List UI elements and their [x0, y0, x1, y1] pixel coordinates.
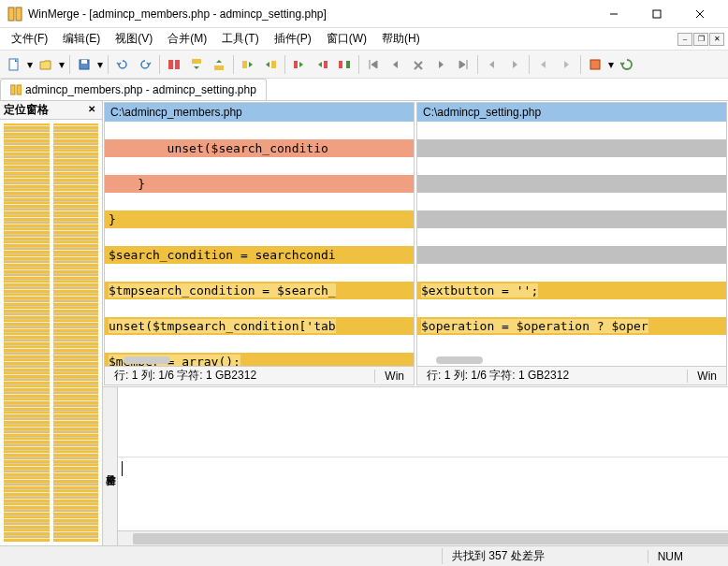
- menu-plugin[interactable]: 插件(P): [267, 29, 319, 49]
- toolbar: ▾ ▾ ▾ ▾: [0, 51, 728, 79]
- code-line: $operation = $operation ? $oper: [417, 317, 726, 335]
- next-conflict-icon[interactable]: [504, 54, 525, 75]
- copy-left-icon[interactable]: [260, 54, 281, 75]
- menu-help[interactable]: 帮助(H): [374, 29, 428, 49]
- left-status-mode: Win: [374, 370, 408, 383]
- location-pane: 定位窗格 ✕: [0, 101, 103, 545]
- location-bar-right[interactable]: [53, 123, 99, 542]
- diff-detail-top[interactable]: [118, 387, 728, 457]
- svg-rect-0: [8, 7, 14, 21]
- mdi-restore-button[interactable]: ❐: [693, 33, 708, 46]
- svg-rect-17: [339, 61, 342, 68]
- document-tab[interactable]: admincp_members.php - admincp_setting.ph…: [0, 79, 267, 100]
- code-line: unset($search_conditio: [105, 139, 414, 157]
- app-icon: [7, 7, 22, 22]
- menu-window[interactable]: 窗口(W): [319, 29, 374, 49]
- diff-detail-pane: 差异窗格: [103, 386, 728, 545]
- code-line: [417, 175, 726, 193]
- maximize-button[interactable]: [636, 1, 677, 27]
- code-line: $extbutton = '';: [417, 282, 726, 299]
- location-pane-close-icon[interactable]: ✕: [85, 104, 98, 117]
- svg-rect-11: [192, 59, 201, 64]
- options-icon[interactable]: [585, 54, 605, 75]
- menu-tools[interactable]: 工具(T): [214, 29, 266, 49]
- svg-rect-12: [214, 65, 224, 70]
- right-pane-header: C:\admincp_setting.php: [417, 103, 726, 122]
- text-cursor: [122, 461, 123, 476]
- code-line: [417, 210, 726, 228]
- menubar: 文件(F) 编辑(E) 视图(V) 合并(M) 工具(T) 插件(P) 窗口(W…: [0, 28, 728, 51]
- right-status-text: 行: 1 列: 1/6 字符: 1 GB2312: [423, 368, 573, 384]
- left-pane-body[interactable]: unset($search_conditio } } $search_condi…: [105, 122, 414, 366]
- menu-merge[interactable]: 合并(M): [160, 29, 214, 49]
- prev-conflict-icon[interactable]: [482, 54, 502, 75]
- close-button[interactable]: [679, 1, 721, 27]
- next-diff-icon[interactable]: [430, 54, 451, 75]
- left-pane-status: 行: 1 列: 1/6 字符: 1 GB2312 Win: [105, 366, 414, 385]
- redo-icon[interactable]: [135, 54, 155, 75]
- first-diff-icon[interactable]: [363, 54, 384, 75]
- svg-rect-19: [590, 60, 600, 69]
- hscroll-thumb[interactable]: [436, 356, 483, 364]
- mdi-minimize-button[interactable]: –: [677, 33, 692, 46]
- merge-all-icon[interactable]: [334, 54, 355, 75]
- diff-detail-bottom[interactable]: [118, 457, 728, 530]
- left-pane-header: C:\admincp_members.php: [105, 103, 414, 122]
- open-icon[interactable]: [36, 54, 56, 75]
- code-line: }: [105, 210, 414, 228]
- svg-rect-10: [175, 60, 180, 69]
- all-right-icon[interactable]: [289, 54, 310, 75]
- svg-rect-13: [242, 61, 247, 68]
- location-bar-left[interactable]: [4, 123, 50, 542]
- code-line: [417, 246, 726, 264]
- right-pane-body[interactable]: $extbutton = ''; $operation = $operation…: [417, 122, 726, 366]
- save-dropdown[interactable]: ▾: [96, 58, 104, 71]
- svg-rect-15: [294, 61, 298, 68]
- right-pane: C:\admincp_setting.php $extbutton = ''; …: [416, 102, 727, 385]
- menu-view[interactable]: 视图(V): [108, 29, 160, 49]
- hscroll-thumb[interactable]: [133, 533, 728, 544]
- next-file-icon[interactable]: [556, 54, 576, 75]
- new-icon[interactable]: [4, 54, 24, 75]
- prev-diff-icon[interactable]: [386, 54, 406, 75]
- tab-label: admincp_members.php - admincp_setting.ph…: [25, 83, 256, 96]
- prev-file-icon[interactable]: [533, 54, 554, 75]
- diff-detail-tab[interactable]: 差异窗格: [103, 387, 118, 545]
- last-diff-icon[interactable]: [453, 54, 473, 75]
- minimize-button[interactable]: [593, 1, 634, 27]
- next-diff-down-icon[interactable]: [186, 54, 207, 75]
- right-pane-status: 行: 1 列: 1/6 字符: 1 GB2312 Win: [417, 366, 726, 385]
- svg-rect-8: [81, 60, 87, 64]
- mdi-close-button[interactable]: ✕: [709, 33, 724, 46]
- current-diff-icon[interactable]: [408, 54, 429, 75]
- right-status-mode: Win: [687, 370, 721, 383]
- prev-diff-up-icon[interactable]: [209, 54, 229, 75]
- diff-icon[interactable]: [164, 54, 184, 75]
- titlebar: WinMerge - [admincp_members.php - adminc…: [0, 0, 728, 28]
- diff-container: C:\admincp_members.php unset($search_con…: [103, 101, 728, 545]
- diff-detail-hscroll[interactable]: [118, 530, 728, 545]
- location-pane-title: 定位窗格: [4, 102, 49, 118]
- open-dropdown[interactable]: ▾: [58, 58, 66, 71]
- svg-rect-20: [10, 85, 15, 94]
- all-left-icon[interactable]: [312, 54, 332, 75]
- menu-file[interactable]: 文件(F): [4, 29, 55, 49]
- svg-rect-14: [271, 61, 276, 68]
- new-dropdown[interactable]: ▾: [26, 58, 34, 71]
- svg-rect-21: [17, 85, 22, 94]
- undo-icon[interactable]: [112, 54, 133, 75]
- location-pane-body[interactable]: [0, 120, 102, 545]
- copy-right-icon[interactable]: [238, 54, 258, 75]
- menu-edit[interactable]: 编辑(E): [55, 29, 108, 49]
- options-dropdown[interactable]: ▾: [607, 58, 615, 71]
- svg-rect-16: [324, 61, 328, 68]
- diff-detail-body: [118, 387, 728, 545]
- left-status-text: 行: 1 列: 1/6 字符: 1 GB2312: [110, 368, 260, 384]
- hscroll-thumb[interactable]: [124, 356, 170, 364]
- save-icon[interactable]: [74, 54, 95, 75]
- refresh-icon[interactable]: [617, 54, 637, 75]
- code-line: $tmpsearch_condition = $search_: [105, 282, 414, 299]
- status-numlock: NUM: [648, 550, 692, 563]
- status-diff-count: 共找到 357 处差异: [442, 548, 554, 564]
- main-area: 定位窗格 ✕ C:\admincp_members.php unset($sea…: [0, 101, 728, 545]
